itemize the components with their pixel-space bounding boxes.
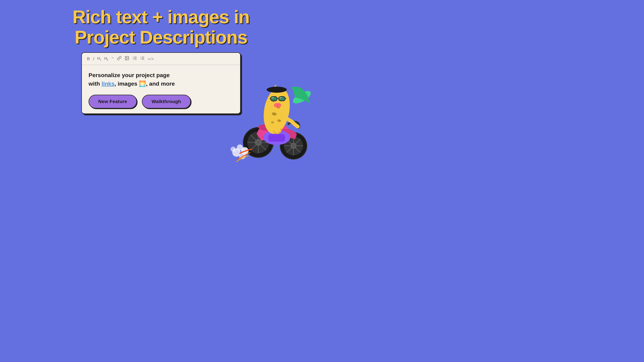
page-wrapper: Rich text + images in Project Descriptio… [0,0,322,181]
svg-point-11 [140,57,141,57]
code-icon[interactable]: </> [148,57,154,61]
svg-point-1 [126,57,126,58]
h1-icon[interactable]: H1 [97,56,101,61]
svg-point-49 [271,97,274,98]
links-text[interactable]: links [102,80,114,87]
banana-character [228,70,312,168]
svg-text:3: 3 [133,58,134,60]
svg-point-13 [140,59,141,60]
svg-point-50 [279,97,282,98]
title-line2: Project Descriptions [75,27,247,47]
image-icon[interactable] [124,56,129,62]
svg-rect-35 [268,134,285,142]
editor-content: Personalize your project page with links… [82,65,240,91]
unordered-list-icon[interactable] [140,56,145,62]
content-line2-prefix: with [88,80,102,87]
svg-point-55 [267,87,287,93]
new-feature-button[interactable]: New Feature [88,95,137,108]
bold-icon[interactable]: B [87,56,90,61]
svg-point-12 [140,58,141,58]
quote-icon[interactable]: " [111,56,114,61]
italic-icon[interactable]: I [93,56,94,61]
main-title: Rich text + images in Project Descriptio… [69,7,253,47]
content-line1: Personalize your project page [88,72,170,78]
svg-point-32 [230,147,236,152]
editor-text: Personalize your project page with links… [88,71,234,88]
h2-icon[interactable]: H2 [104,56,108,61]
ordered-list-icon[interactable]: 1 2 3 [132,56,137,62]
editor-container: B I H1 H2 " [81,52,241,114]
content-line2-suffix: , images 🌅, and more [114,80,175,87]
walkthrough-button[interactable]: Walkthrough [142,95,191,108]
buttons-row: New Feature Walkthrough [82,91,240,108]
editor-toolbar: B I H1 H2 " [82,53,240,65]
link-icon[interactable] [117,56,122,62]
title-line1: Rich text + images in [72,6,250,27]
